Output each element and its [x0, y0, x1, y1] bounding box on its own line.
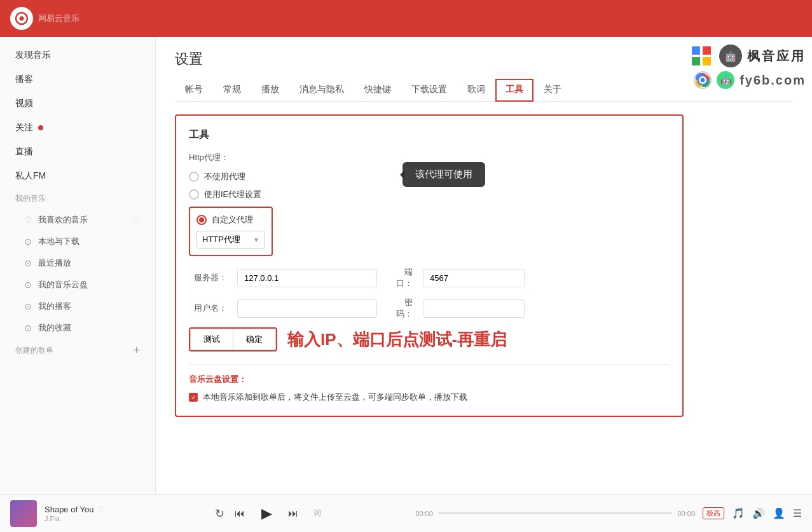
tools-panel: 工具 Http代理： 不使用代理 使用IE代理设置 自定义代理	[175, 114, 684, 417]
annotation-text: 输入IP、端口后点测试-再重启	[287, 329, 507, 351]
player-heart-icon[interactable]: ♡	[97, 505, 106, 515]
proxy-tooltip-container: 该代理可使用	[364, 168, 485, 187]
proxy-tooltip: 该代理可使用	[403, 162, 485, 187]
sidebar-item-follow[interactable]: 关注	[0, 116, 155, 140]
sidebar-item-live[interactable]: 直播	[0, 140, 155, 164]
tab-general[interactable]: 常规	[213, 79, 251, 102]
username-label: 用户名：	[189, 303, 227, 314]
watermark: 🤖 枫音应用	[689, 43, 806, 89]
action-buttons-box: 测试 确定	[189, 327, 277, 351]
password-label: 密 码：	[387, 297, 413, 320]
add-playlist-button[interactable]: +	[133, 344, 140, 357]
podcast-icon: ⊙	[23, 301, 33, 311]
top-bar: 网易云音乐	[0, 0, 812, 37]
volume-icon-button[interactable]: 🔊	[752, 507, 765, 519]
port-label: 端 口：	[387, 266, 413, 289]
sidebar-item-discover-label: 发现音乐	[15, 50, 51, 61]
port-input[interactable]	[423, 269, 525, 287]
player-info: Shape of You ♡ J.Fla	[45, 505, 121, 522]
menu-icon-button[interactable]: ☰	[793, 507, 802, 519]
current-time: 00:00	[416, 510, 434, 517]
svg-rect-5	[703, 57, 711, 65]
next-button[interactable]: ⏭	[288, 508, 298, 519]
sidebar-sub-local-label: 本地与下载	[38, 236, 79, 247]
server-input[interactable]	[237, 269, 377, 287]
play-button[interactable]: ▶	[255, 502, 278, 525]
quality-badge[interactable]: 极高	[703, 507, 724, 519]
svg-rect-4	[692, 57, 700, 65]
tab-download[interactable]: 下载设置	[401, 79, 457, 102]
prev-button[interactable]: ⏮	[235, 508, 245, 519]
cloud-section-title: 音乐云盘设置：	[189, 374, 670, 385]
sidebar-item-video-label: 视频	[15, 98, 33, 109]
robot-icon: 🤖	[719, 44, 742, 67]
player-artist-label: J.Fla	[45, 515, 121, 522]
sidebar-item-private-fm-label: 私人FM	[15, 170, 46, 182]
playlist-icon-button[interactable]: 🎵	[732, 507, 745, 519]
password-input[interactable]	[423, 299, 525, 318]
sidebar-item-live-label: 直播	[15, 146, 33, 158]
sidebar-item-video[interactable]: 视频	[0, 92, 155, 116]
svg-point-1	[20, 17, 24, 21]
svg-point-8	[701, 78, 705, 83]
confirm-button[interactable]: 确定	[233, 329, 276, 350]
radio-custom-proxy-label: 自定义代理	[212, 214, 253, 226]
radio-custom-proxy-circle	[196, 215, 207, 225]
collection-icon: ⊙	[23, 323, 33, 333]
tab-privacy[interactable]: 消息与隐私	[289, 79, 354, 102]
friends-icon-button[interactable]: 👤	[773, 507, 785, 519]
sidebar-sub-liked[interactable]: ♡ 我喜欢的音乐 ♡	[0, 209, 155, 231]
sidebar-sub-liked-label: 我喜欢的音乐	[38, 214, 88, 226]
lyrics-button[interactable]: 词	[313, 508, 321, 519]
proxy-type-select[interactable]: HTTP代理 ▼	[196, 231, 265, 249]
sidebar-item-discover[interactable]: 发现音乐	[0, 43, 155, 67]
custom-proxy-box: 自定义代理 HTTP代理 ▼	[189, 207, 273, 256]
cloud-section: 音乐云盘设置： ✓ 本地音乐添加到歌单后，将文件上传至云盘，可多端同步歌单，播放…	[189, 364, 670, 403]
sidebar-sub-podcast2[interactable]: ⊙ 我的播客	[0, 296, 155, 317]
sidebar-sub-recent[interactable]: ⊙ 最近播放	[0, 252, 155, 274]
player-album-art	[10, 500, 37, 527]
tab-hotkeys[interactable]: 快捷键	[354, 79, 401, 102]
liked-heart-right-icon: ♡	[132, 215, 140, 225]
svg-rect-3	[703, 46, 711, 55]
cloud-checkbox[interactable]: ✓	[189, 393, 198, 402]
radio-no-proxy-label: 不使用代理	[204, 171, 245, 182]
username-input[interactable]	[237, 299, 377, 318]
repeat-button[interactable]: ↻	[215, 507, 224, 521]
sidebar-item-private-fm[interactable]: 私人FM	[0, 164, 155, 188]
radio-custom-proxy[interactable]: 自定义代理	[196, 214, 265, 226]
proxy-type-selected: HTTP代理	[202, 234, 240, 245]
chrome-icon	[694, 71, 712, 89]
sidebar-sub-cloud[interactable]: ⊙ 我的音乐云盘	[0, 274, 155, 296]
sidebar-item-follow-label: 关注	[15, 122, 33, 133]
follow-dot	[38, 125, 43, 130]
tab-lyrics[interactable]: 歌词	[457, 79, 495, 102]
cloud-option-row[interactable]: ✓ 本地音乐添加到歌单后，将文件上传至云盘，可多端同步歌单，播放下载	[189, 392, 670, 403]
tab-account[interactable]: 帐号	[175, 79, 213, 102]
sidebar-sub-collection[interactable]: ⊙ 我的收藏	[0, 317, 155, 339]
app-logo[interactable]	[10, 7, 33, 30]
watermark-top: 🤖 枫音应用	[689, 43, 806, 69]
sidebar-sub-recent-label: 最近播放	[38, 257, 71, 269]
radio-ie-proxy-label: 使用IE代理设置	[204, 189, 261, 200]
content-area: 🤖 枫音应用	[156, 37, 812, 494]
sidebar-sub-local[interactable]: ⊙ 本地与下载	[0, 231, 155, 252]
tab-tools[interactable]: 工具	[495, 79, 533, 102]
server-label: 服务器：	[189, 272, 227, 283]
cloud-icon: ⊙	[23, 280, 33, 290]
tab-playback[interactable]: 播放	[251, 79, 289, 102]
progress-bar[interactable]	[438, 512, 672, 514]
test-button[interactable]: 测试	[190, 329, 233, 350]
chevron-down-icon: ▼	[253, 236, 259, 243]
sidebar-item-podcast[interactable]: 播客	[0, 67, 155, 92]
tab-about[interactable]: 关于	[533, 79, 572, 102]
cloud-option-label: 本地音乐添加到歌单后，将文件上传至云盘，可多端同步歌单，播放下载	[203, 392, 467, 403]
proxy-type-row: HTTP代理 ▼	[196, 231, 265, 249]
sidebar-sub-podcast2-label: 我的播客	[38, 301, 71, 312]
player-song-name-label: Shape of You	[45, 505, 93, 514]
radio-ie-proxy[interactable]: 使用IE代理设置	[189, 189, 670, 200]
watermark-url-label: fy6b.com	[740, 73, 806, 88]
android-icon: 🤖	[717, 71, 734, 89]
radio-no-proxy-circle	[189, 172, 199, 182]
username-password-row: 用户名： 密 码：	[189, 297, 670, 320]
